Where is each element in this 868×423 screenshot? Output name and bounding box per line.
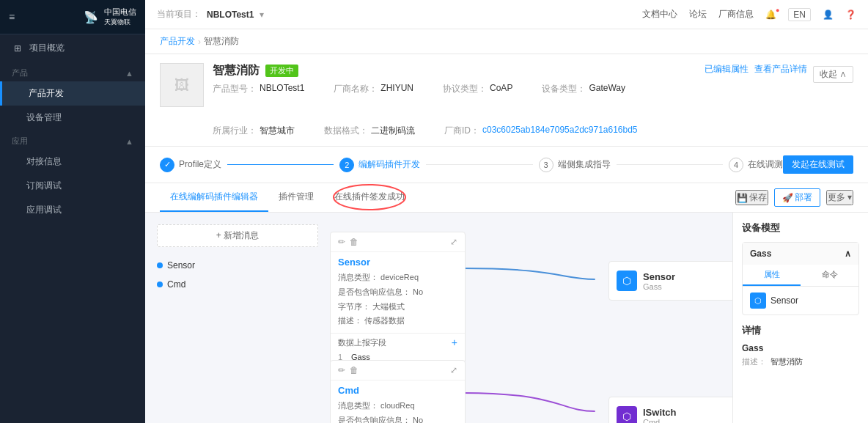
detail-group-name: Gass	[742, 343, 859, 353]
sidebar-item-app-debug[interactable]: 应用调试	[0, 198, 145, 222]
cmd-type-value: cloudReq	[380, 401, 414, 410]
step-1: ✓ Profile定义	[160, 158, 221, 172]
topbar-vendor-info[interactable]: 厂商信息	[718, 8, 754, 21]
project-chevron[interactable]: ▾	[260, 10, 264, 20]
collapse-button[interactable]: 收起 ∧	[813, 66, 853, 83]
sensor-card-icons: ✏ 🗑	[338, 237, 358, 247]
product-actions: 已编辑属性 查看产品详情 收起 ∧	[705, 63, 853, 83]
gass-group-header[interactable]: Gass ∧	[743, 243, 858, 265]
breadcrumb-sep: ›	[198, 37, 201, 47]
step-4-label: 在线调测	[748, 158, 783, 171]
deploy-button[interactable]: 🚀 部署	[774, 188, 820, 207]
cmd-fullscreen-icon[interactable]: ⤢	[450, 365, 457, 375]
sensor-desc-row: 描述： 传感器数据	[338, 314, 457, 328]
sidebar-item-device-mgmt[interactable]: 设备管理	[0, 106, 145, 130]
topbar-user-icon[interactable]: 👤	[823, 10, 834, 20]
step-line-1	[227, 164, 334, 165]
topbar-right: 文档中心 论坛 厂商信息 🔔● EN 👤 ❓	[642, 8, 856, 21]
sensor-fields-add[interactable]: +	[452, 336, 457, 348]
topbar-docs[interactable]: 文档中心	[642, 8, 677, 21]
sensor-desc-value: 传感器数据	[364, 316, 405, 325]
sidebar-item-product-dev[interactable]: 产品开发	[0, 81, 145, 106]
tab-online-editor[interactable]: 在线编解码插件编辑器	[160, 183, 268, 212]
sensor-flow-node[interactable]: ⬡ Sensor Gass	[608, 261, 732, 301]
product-dev-label: 产品开发	[29, 87, 64, 100]
breadcrumb-item-product-dev[interactable]: 产品开发	[160, 35, 195, 48]
step-line-3	[617, 164, 723, 165]
sensor-node-icon: ⬡	[617, 271, 637, 291]
message-list: + 新增消息 Sensor Cmd	[157, 224, 318, 411]
save-button[interactable]: 💾 保存	[735, 190, 768, 205]
message-node-sensor[interactable]: Sensor	[157, 256, 318, 275]
industry-value: 智慧城市	[260, 125, 295, 137]
step-line-2	[426, 164, 532, 165]
sensor-edit-icon[interactable]: ✏	[338, 237, 345, 247]
product-name: 智慧消防	[213, 63, 260, 78]
vendor-label: 厂商名称：	[334, 83, 378, 95]
vendor-value: ZHIYUN	[380, 83, 413, 95]
detail-desc-value: 智慧消防	[770, 356, 803, 367]
tab-plugin-mgmt[interactable]: 插件管理	[268, 183, 324, 212]
sidebar-item-project-overview[interactable]: ⊞ 项目概览	[0, 34, 145, 62]
tab-plugin-success[interactable]: 在线插件签发成功	[324, 183, 415, 212]
sensor-fullscreen-icon[interactable]: ⤢	[450, 237, 457, 247]
cmd-card-title: Cmd	[331, 380, 465, 399]
sensor-delete-icon[interactable]: 🗑	[350, 237, 358, 247]
sensor-byte-row: 字节序： 大端模式	[338, 300, 457, 315]
product-details: 智慧消防 开发中 产品型号： NBLOTest1 厂商名称： ZHIYUN 协议…	[213, 63, 696, 137]
product-status-badge: 开发中	[265, 65, 298, 77]
cmd-edit-icon[interactable]: ✏	[338, 365, 345, 375]
protocol-label: 协议类型：	[443, 83, 487, 95]
new-message-button[interactable]: + 新增消息	[157, 224, 318, 247]
vendor-id-value: c03c6025ab184e7095a2dc971a616bd5	[482, 125, 638, 137]
iswitch-node-text: ISwitch Cmd	[643, 407, 677, 424]
product-header: 🖼 智慧消防 开发中 产品型号： NBLOTest1 厂商名称： ZHIYUN	[145, 54, 868, 147]
topbar-forum[interactable]: 论坛	[689, 8, 707, 21]
sensor-card-footer: 数据上报字段 +	[331, 333, 465, 351]
sensor-card: ✏ 🗑 ⤢ Sensor 消息类型： deviceReq	[330, 232, 466, 364]
industry-label: 所属行业：	[213, 125, 257, 137]
product-id-item: 产品型号： NBLOTest1	[213, 83, 304, 95]
topbar-bell-icon[interactable]: 🔔●	[765, 10, 776, 20]
gass-group: Gass ∧ 属性 命令 ⬡ Sensor	[742, 242, 859, 315]
step-3-label: 端侧集成指导	[558, 158, 611, 171]
subscription-debug-label: 订阅调试	[26, 180, 62, 192]
editor-section: ✓ Profile定义 2 编解码插件开发 3 端侧集成指导 4 在线调测	[145, 147, 868, 423]
topbar-help-icon[interactable]: ❓	[845, 10, 856, 20]
iswitch-node-icon: ⬡	[617, 406, 637, 423]
launch-test-button[interactable]: 发起在线测试	[783, 155, 853, 174]
product-meta: 产品型号： NBLOTest1 厂商名称： ZHIYUN 协议类型： CoAP …	[213, 83, 696, 137]
protocol-item: 协议类型： CoAP	[443, 83, 512, 95]
more-button[interactable]: 更多 ▾	[826, 190, 853, 205]
more-chevron: ▾	[847, 192, 852, 202]
vendor-id-item: 厂商ID： c03c6025ab184e7095a2dc971a616bd5	[444, 125, 638, 137]
project-name: NBLOTest1	[207, 10, 254, 20]
sensor-fields-label: 数据上报字段	[338, 337, 386, 348]
product-id-value: NBLOTest1	[260, 83, 304, 95]
panel-tab-cmd[interactable]: 命令	[801, 265, 858, 286]
sensor-byte-value: 大端模式	[372, 302, 405, 311]
edit-attr-button[interactable]: 已编辑属性	[705, 63, 749, 76]
sensor-type-row: 消息类型： deviceReq	[338, 271, 457, 285]
sensor-card-body: 消息类型： deviceReq 是否包含响应信息： No 字节序： 大端模式	[331, 271, 465, 333]
tab-plugin-mgmt-label: 插件管理	[279, 191, 314, 202]
sidebar-item-subscription-debug[interactable]: 订阅调试	[0, 174, 145, 198]
app-section-arrow[interactable]: ▲	[125, 137, 133, 146]
connection-info-label: 对接信息	[26, 155, 62, 168]
panel-tab-attr[interactable]: 属性	[743, 265, 801, 286]
deploy-icon: 🚀	[782, 193, 793, 203]
menu-icon[interactable]: ≡	[9, 11, 15, 23]
sidebar-section-app: 应用 ▲	[0, 130, 145, 150]
cmd-delete-icon[interactable]: 🗑	[350, 365, 358, 375]
view-detail-button[interactable]: 查看产品详情	[754, 63, 807, 76]
industry-item: 所属行业： 智慧城市	[213, 125, 295, 137]
step-4: 4 在线调测	[729, 158, 783, 172]
product-section-arrow[interactable]: ▲	[125, 69, 133, 78]
iswitch-flow-node[interactable]: ⬡ ISwitch Cmd	[608, 397, 732, 423]
cmd-label: Cmd	[167, 279, 185, 290]
sidebar-item-connection-info[interactable]: 对接信息	[0, 150, 145, 174]
topbar-lang[interactable]: EN	[788, 8, 811, 21]
message-node-cmd[interactable]: Cmd	[157, 275, 318, 294]
breadcrumb: 产品开发 › 智慧消防	[145, 29, 868, 54]
cmd-include-value: No	[413, 416, 423, 423]
